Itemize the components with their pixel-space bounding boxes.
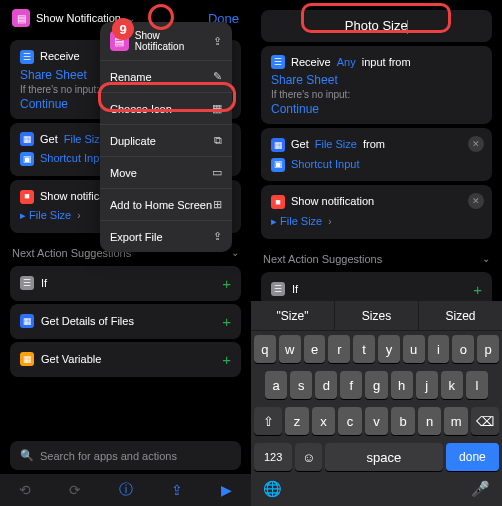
redo-button[interactable]: ⟳	[69, 482, 81, 498]
add-icon[interactable]: +	[473, 281, 482, 298]
key-b[interactable]: b	[391, 407, 415, 435]
share-icon[interactable]: ⇪	[213, 35, 222, 48]
key-x[interactable]: x	[312, 407, 336, 435]
key-f[interactable]: f	[340, 371, 362, 399]
key-y[interactable]: y	[378, 335, 400, 363]
duplicate-icon: ⧉	[214, 134, 222, 147]
step-badge-9: 9	[112, 18, 134, 40]
add-icon[interactable]: +	[222, 351, 231, 368]
info-button[interactable]: ⓘ	[119, 481, 133, 499]
chevron-down-icon[interactable]: ⌄	[231, 247, 239, 258]
suggestion-if[interactable]: ☰If+	[10, 266, 241, 301]
key-r[interactable]: r	[328, 335, 350, 363]
key-shift[interactable]: ⇧	[254, 407, 282, 435]
from-label: from	[363, 136, 385, 154]
pencil-icon: ✎	[213, 70, 222, 83]
key-j[interactable]: j	[416, 371, 438, 399]
variable-icon: ▦	[20, 352, 34, 366]
shownotif-label: Show notification	[291, 193, 374, 211]
image-icon: ▦	[212, 102, 222, 115]
notification-icon: ■	[271, 195, 285, 209]
export-icon: ⇪	[213, 230, 222, 243]
key-l[interactable]: l	[466, 371, 488, 399]
suggestion-3[interactable]: Sized	[419, 301, 502, 330]
key-a[interactable]: a	[265, 371, 287, 399]
play-button[interactable]: ▶	[221, 482, 232, 498]
key-d[interactable]: d	[315, 371, 337, 399]
suggestion-2[interactable]: Sizes	[335, 301, 419, 330]
key-s[interactable]: s	[290, 371, 312, 399]
share-button[interactable]: ⇪	[171, 482, 183, 498]
key-n[interactable]: n	[418, 407, 442, 435]
receive-icon: ☰	[20, 50, 34, 64]
get-label: Get	[291, 136, 309, 154]
suggestion-1[interactable]: "Size"	[251, 301, 335, 330]
receive-card: ☰ Receive Any input from Share Sheet If …	[261, 46, 492, 125]
menu-move[interactable]: Move▭	[100, 157, 232, 189]
filesize-var[interactable]: ▸ File Size	[20, 207, 71, 225]
undo-button[interactable]: ⟲	[19, 482, 31, 498]
search-field[interactable]: 🔍Search for apps and actions	[10, 441, 241, 470]
chevron-right-icon[interactable]: ›	[328, 214, 331, 230]
title-input[interactable]: Photo Size	[261, 10, 492, 42]
key-z[interactable]: z	[285, 407, 309, 435]
chevron-down-icon[interactable]: ⌄	[482, 253, 490, 264]
screen-left: ▤ Show Notification ⌄ Done 9 ☰ Receive S…	[0, 0, 251, 506]
menu-choose-icon[interactable]: Choose Icon▦	[100, 93, 232, 125]
suggestion-getvar[interactable]: ▦Get Variable+	[10, 342, 241, 377]
mic-icon[interactable]: 🎤	[471, 480, 490, 498]
inputfrom-label: input from	[362, 54, 411, 72]
key-m[interactable]: m	[444, 407, 468, 435]
file-icon: ▦	[20, 314, 34, 328]
key-g[interactable]: g	[365, 371, 387, 399]
key-p[interactable]: p	[477, 335, 499, 363]
globe-icon[interactable]: 🌐	[263, 480, 282, 498]
continue-link[interactable]: Continue	[271, 102, 482, 116]
add-icon[interactable]: +	[222, 313, 231, 330]
key-w[interactable]: w	[279, 335, 301, 363]
any-link[interactable]: Any	[337, 54, 356, 72]
menu-export[interactable]: Export File⇪	[100, 221, 232, 252]
key-o[interactable]: o	[452, 335, 474, 363]
menu-rename[interactable]: Rename✎	[100, 61, 232, 93]
key-h[interactable]: h	[391, 371, 413, 399]
key-backspace[interactable]: ⌫	[471, 407, 499, 435]
plus-square-icon: ⊞	[213, 198, 222, 211]
key-v[interactable]: v	[365, 407, 389, 435]
key-space[interactable]: space	[325, 443, 443, 471]
receive-label: Receive	[291, 54, 331, 72]
shortcut-input-icon: ▣	[20, 152, 34, 166]
key-123[interactable]: 123	[254, 443, 292, 471]
get-filesize-card: ▦ Get File Size from ▣ Shortcut Input ✕	[261, 128, 492, 181]
file-icon: ▦	[271, 138, 285, 152]
filesize-var[interactable]: ▸ File Size	[271, 213, 322, 231]
suggestion-bar: "Size" Sizes Sized	[251, 301, 502, 331]
receive-label: Receive	[40, 48, 80, 66]
key-e[interactable]: e	[304, 335, 326, 363]
if-icon: ☰	[271, 282, 285, 296]
filesize-link[interactable]: File Size	[315, 136, 357, 154]
key-c[interactable]: c	[338, 407, 362, 435]
add-icon[interactable]: +	[222, 275, 231, 292]
key-u[interactable]: u	[403, 335, 425, 363]
key-k[interactable]: k	[441, 371, 463, 399]
key-done[interactable]: done	[446, 443, 499, 471]
key-i[interactable]: i	[428, 335, 450, 363]
shortcut-input-icon: ▣	[271, 158, 285, 172]
key-t[interactable]: t	[353, 335, 375, 363]
file-icon: ▦	[20, 132, 34, 146]
show-notif-card: ■ Show notification ▸ File Size › ✕	[261, 185, 492, 238]
shortcut-input-link[interactable]: Shortcut Input	[291, 156, 360, 174]
search-icon: 🔍	[20, 449, 34, 462]
shortcut-input-link[interactable]: Shortcut Input	[40, 150, 109, 168]
key-emoji[interactable]: ☺	[295, 443, 322, 471]
shortcut-icon: ▤	[12, 9, 30, 27]
share-sheet-link[interactable]: Share Sheet	[271, 73, 482, 87]
suggestions-header: Next Action Suggestions⌄	[251, 243, 502, 269]
menu-duplicate[interactable]: Duplicate⧉	[100, 125, 232, 157]
chevron-right-icon[interactable]: ›	[77, 208, 80, 224]
notification-icon: ■	[20, 190, 34, 204]
key-q[interactable]: q	[254, 335, 276, 363]
menu-add-home[interactable]: Add to Home Screen⊞	[100, 189, 232, 221]
suggestion-details[interactable]: ▦Get Details of Files+	[10, 304, 241, 339]
